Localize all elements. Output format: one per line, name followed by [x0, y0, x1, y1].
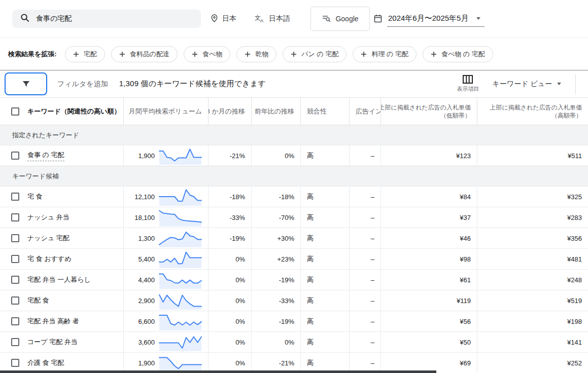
ad-share-value: –	[349, 311, 381, 331]
keyword-text[interactable]: 宅配 弁当 一人暮らし	[27, 275, 91, 284]
keyword-text[interactable]: 宅配 弁当 高齢 者	[27, 317, 79, 326]
keyword-text[interactable]: コープ 宅配 弁当	[27, 338, 78, 347]
competition-value: 高	[300, 145, 349, 166]
competition-value: 高	[300, 311, 349, 331]
col-three-month[interactable]: 3 か月の推移	[208, 98, 251, 125]
three-month-change: 0%	[208, 290, 251, 311]
expand-chip[interactable]: 乾物	[236, 46, 276, 62]
row-checkbox[interactable]	[11, 193, 19, 201]
yoy-change: -33%	[251, 290, 300, 311]
competition-value: 高	[300, 332, 349, 352]
three-month-change: 0%	[208, 270, 251, 290]
results-count-text: 1,309 個のキーワード候補を使用できます	[119, 79, 266, 89]
col-bid-high[interactable]: 上部に掲載された広告の入札単価（高額帯）	[477, 98, 588, 125]
horizontal-scrollbar[interactable]	[0, 370, 436, 373]
row-checkbox[interactable]	[11, 359, 19, 367]
ad-share-value: –	[349, 353, 381, 373]
row-checkbox[interactable]	[11, 317, 19, 325]
expand-chip[interactable]: 食べ物	[184, 46, 230, 62]
ad-share-value: –	[349, 145, 381, 166]
table-row: ナッシュ 宅配 1,300 -19% +30% 高 – ¥46 ¥356	[0, 228, 588, 248]
trend-sparkline	[159, 146, 202, 165]
bid-low-value: ¥61	[381, 270, 477, 290]
col-ad-impression[interactable]: 広告イン	[349, 98, 381, 125]
yoy-change: +30%	[251, 228, 300, 248]
plus-icon	[73, 51, 79, 57]
expand-chip[interactable]: 宅配	[65, 46, 105, 62]
plus-icon	[431, 51, 437, 57]
col-keyword[interactable]: キーワード（関連性の高い順）	[27, 107, 121, 116]
competition-value: 高	[300, 353, 349, 373]
volume-value: 3,600	[138, 339, 155, 346]
row-checkbox[interactable]	[11, 276, 19, 284]
keyword-search-input[interactable]: 食事の宅配	[12, 10, 201, 28]
search-value: 食事の宅配	[36, 14, 72, 23]
keyword-text[interactable]: 介護 食 宅配	[27, 358, 64, 367]
bid-high-value: ¥325	[477, 186, 588, 207]
trend-sparkline	[159, 229, 202, 247]
table-row: 宅 食 おすすめ 5,400 0% +23% 高 – ¥98 ¥481	[0, 248, 588, 269]
keyword-text[interactable]: ナッシュ 宅配	[27, 234, 70, 243]
expand-chip[interactable]: 料理 の 宅配	[353, 46, 417, 62]
filter-button[interactable]	[5, 72, 47, 95]
three-month-change: 0%	[208, 311, 251, 331]
keyword-text[interactable]: 宅配 食	[27, 296, 49, 305]
date-range-selector[interactable]: 2024年6月〜2025年5月	[374, 11, 485, 27]
row-checkbox[interactable]	[11, 296, 19, 305]
yoy-change: +23%	[251, 249, 300, 269]
volume-value: 4,400	[138, 276, 155, 284]
location-selector[interactable]: 日本	[211, 14, 236, 24]
three-month-change: -18%	[208, 186, 251, 207]
volume-value: 1,900	[138, 359, 155, 367]
bid-low-value: ¥46	[381, 228, 477, 248]
col-competition[interactable]: 競合性	[300, 98, 349, 125]
results-toolbar: フィルタを追加 1,309 個のキーワード候補を使用できます 表示項目 キーワー…	[0, 70, 588, 98]
yoy-change: 0%	[251, 332, 300, 352]
yoy-change: -19%	[251, 311, 300, 331]
keyword-text[interactable]: 食事 の 宅配	[27, 151, 64, 161]
expand-chip[interactable]: 食べ物 の 宅配	[423, 46, 493, 62]
add-filter-button[interactable]: フィルタを追加	[57, 80, 108, 89]
row-checkbox[interactable]	[11, 338, 19, 346]
columns-icon	[463, 75, 473, 84]
table-row: 宅配 弁当 高齢 者 6,600 0% -19% 高 – ¥56 ¥198	[0, 311, 588, 331]
plus-icon	[245, 51, 251, 57]
bid-high-value: ¥283	[477, 207, 588, 228]
location-pin-icon	[211, 14, 218, 24]
date-range-label: 2024年6月〜2025年5月	[388, 14, 468, 23]
trend-sparkline	[159, 250, 202, 268]
three-month-change: -21%	[208, 145, 251, 166]
select-all-checkbox[interactable]	[11, 107, 19, 116]
row-checkbox[interactable]	[11, 213, 19, 221]
row-checkbox[interactable]	[11, 255, 19, 263]
three-month-change: -33%	[208, 207, 251, 228]
competition-value: 高	[300, 249, 349, 269]
toolbar-divider	[575, 74, 576, 94]
language-selector[interactable]: 文A 日本語	[255, 14, 290, 24]
col-bid-low[interactable]: 上部に掲載された広告の入札単価（低額帯）	[381, 98, 477, 125]
competition-value: 高	[300, 270, 349, 290]
network-selector[interactable]: Google	[310, 7, 370, 31]
expand-chip[interactable]: パン の 宅配	[283, 46, 347, 62]
three-month-change: 0%	[208, 332, 251, 352]
keyword-text[interactable]: 宅 食	[27, 192, 43, 201]
keyword-text[interactable]: ナッシュ 弁当	[27, 213, 70, 222]
row-checkbox[interactable]	[11, 152, 19, 160]
three-month-change: 0%	[208, 353, 251, 373]
yoy-change: -18%	[251, 186, 300, 207]
keyword-text[interactable]: 宅 食 おすすめ	[27, 254, 71, 264]
view-selector[interactable]: キーワード ビュー	[492, 80, 561, 89]
col-volume[interactable]: 月間平均検索ボリューム	[123, 98, 208, 125]
language-label: 日本語	[269, 14, 290, 23]
volume-value: 1,900	[138, 152, 155, 160]
bid-high-value: ¥252	[477, 353, 588, 373]
plus-icon	[192, 51, 198, 57]
expand-chip[interactable]: 食料品の配達	[111, 46, 178, 62]
three-month-change: 0%	[208, 249, 251, 269]
yoy-change: -70%	[251, 207, 300, 228]
col-yoy[interactable]: 前年比の推移	[251, 98, 300, 125]
filter-icon	[21, 79, 31, 89]
columns-button[interactable]: 表示項目	[457, 75, 479, 93]
table-row: コープ 宅配 弁当 3,600 0% 0% 高 – ¥50 ¥141	[0, 331, 588, 352]
row-checkbox[interactable]	[11, 234, 19, 242]
